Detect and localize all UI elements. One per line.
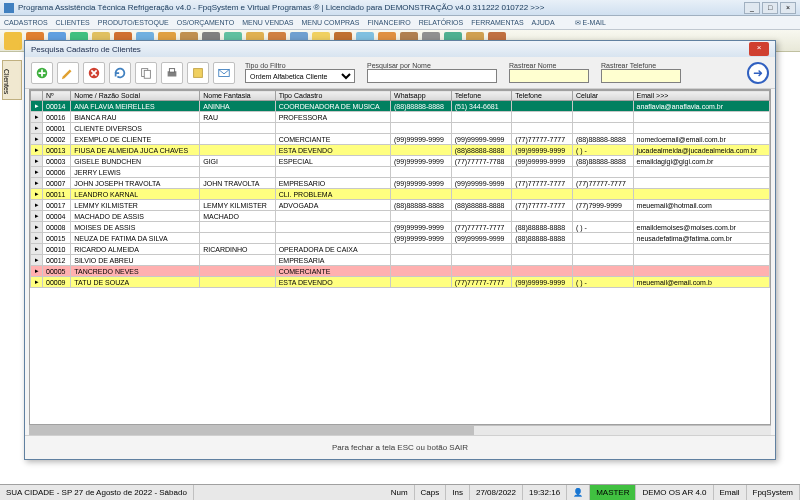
sidebar-tab-clientes[interactable]: Clientes [2, 60, 22, 100]
table-row[interactable]: ▸00003GISELE BUNDCHENGIGIESPECIAL(99)999… [31, 156, 770, 167]
new-button[interactable] [31, 62, 53, 84]
table-row[interactable]: ▸00015NEUZA DE FATIMA DA SILVA(99)99999-… [31, 233, 770, 244]
status-demo: DEMO OS AR 4.0 [636, 485, 713, 500]
menu-vendas[interactable]: MENU VENDAS [242, 19, 293, 26]
expand-icon[interactable]: ▸ [31, 211, 43, 222]
cell: ANINHA [200, 101, 275, 112]
cell [451, 266, 512, 277]
column-header[interactable]: Telefone [451, 91, 512, 101]
cell: 00015 [43, 233, 71, 244]
close-button[interactable]: × [780, 2, 796, 14]
menu-os[interactable]: OS/ORÇAMENTO [177, 19, 234, 26]
expand-icon[interactable]: ▸ [31, 112, 43, 123]
table-row[interactable]: ▸00007JOHN JOSEPH TRAVOLTAJOHN TRAVOLTAE… [31, 178, 770, 189]
table-row[interactable]: ▸00010RICARDO ALMEIDARICARDINHOOPERADORA… [31, 244, 770, 255]
cell: (99)99999-9999 [391, 233, 452, 244]
table-row[interactable]: ▸00012SILVIO DE ABREUEMPRESARIA [31, 255, 770, 266]
expand-icon[interactable]: ▸ [31, 134, 43, 145]
cell: LEANDRO KARNAL [71, 189, 200, 200]
expand-icon[interactable]: ▸ [31, 156, 43, 167]
toolbar-icon-0[interactable] [4, 32, 22, 50]
menu-clientes[interactable]: CLIENTES [56, 19, 90, 26]
table-row[interactable]: ▸00008MOISES DE ASSIS(99)99999-9999(77)7… [31, 222, 770, 233]
column-header[interactable]: Whatsapp [391, 91, 452, 101]
column-header[interactable]: Nome / Razão Social [71, 91, 200, 101]
column-header[interactable]: Telefone [512, 91, 573, 101]
cell: ( ) - [572, 277, 633, 288]
table-row[interactable]: ▸00009TATU DE SOUZAESTA DEVENDO(77)77777… [31, 277, 770, 288]
expand-icon[interactable]: ▸ [31, 145, 43, 156]
menu-financeiro[interactable]: FINANCEIRO [367, 19, 410, 26]
menu-compras[interactable]: MENU COMPRAS [302, 19, 360, 26]
track-phone-input[interactable] [601, 69, 681, 83]
expand-icon[interactable]: ▸ [31, 255, 43, 266]
expand-icon[interactable]: ▸ [31, 200, 43, 211]
cell: 00017 [43, 200, 71, 211]
table-row[interactable]: ▸00013FIUSA DE ALMEIDA JUCA CHAVESESTA D… [31, 145, 770, 156]
column-header[interactable] [31, 91, 43, 101]
cell: 00011 [43, 189, 71, 200]
column-header[interactable]: Tipo Cadastro [275, 91, 390, 101]
expand-icon[interactable]: ▸ [31, 233, 43, 244]
cell: (99)99999-9999 [451, 178, 512, 189]
cell [451, 167, 512, 178]
column-header[interactable]: Celular [572, 91, 633, 101]
cell [200, 145, 275, 156]
table-row[interactable]: ▸00001CLIENTE DIVERSOS [31, 123, 770, 134]
copy-button[interactable] [135, 62, 157, 84]
export-button[interactable] [187, 62, 209, 84]
expand-icon[interactable]: ▸ [31, 189, 43, 200]
results-grid[interactable]: NºNome / Razão SocialNome FantasiaTipo C… [29, 89, 771, 425]
scrollbar-thumb[interactable] [29, 426, 474, 435]
cell: (88)88888-8888 [451, 200, 512, 211]
expand-icon[interactable]: ▸ [31, 123, 43, 134]
dialog-close-button[interactable]: × [749, 42, 769, 56]
expand-icon[interactable]: ▸ [31, 222, 43, 233]
track-name-input[interactable] [509, 69, 589, 83]
column-header[interactable]: Email >>> [633, 91, 769, 101]
cell: anaflavia@anaflavia.com.br [633, 101, 769, 112]
table-row[interactable]: ▸00011LEANDRO KARNALCLI. PROBLEMA [31, 189, 770, 200]
cell: RICARDINHO [200, 244, 275, 255]
search-name-input[interactable] [367, 69, 497, 83]
expand-icon[interactable]: ▸ [31, 277, 43, 288]
minimize-button[interactable]: _ [744, 2, 760, 14]
menu-ajuda[interactable]: AJUDA [532, 19, 555, 26]
status-email[interactable]: Email [714, 485, 747, 500]
expand-icon[interactable]: ▸ [31, 178, 43, 189]
menu-produto[interactable]: PRODUTO/ESTOQUE [98, 19, 169, 26]
cell: NEUZA DE FATIMA DA SILVA [71, 233, 200, 244]
edit-button[interactable] [57, 62, 79, 84]
column-header[interactable]: Nº [43, 91, 71, 101]
cell [451, 123, 512, 134]
cell: (99)99999-9999 [391, 134, 452, 145]
table-row[interactable]: ▸00016BIANCA RAURAUPROFESSORA [31, 112, 770, 123]
mail-button[interactable] [213, 62, 235, 84]
menu-relatorios[interactable]: RELATÓRIOS [419, 19, 464, 26]
table-row[interactable]: ▸00014ANA FLAVIA MEIRELLESANINHACOORDENA… [31, 101, 770, 112]
expand-icon[interactable]: ▸ [31, 101, 43, 112]
table-row[interactable]: ▸00004MACHADO DE ASSISMACHADO [31, 211, 770, 222]
delete-button[interactable] [83, 62, 105, 84]
table-row[interactable]: ▸00006JERRY LEWIS [31, 167, 770, 178]
cell: (99)99999-9999 [451, 134, 512, 145]
cell: (88)88888-8888 [391, 101, 452, 112]
menu-cadastros[interactable]: CADASTROS [4, 19, 48, 26]
menu-ferramentas[interactable]: FERRAMENTAS [471, 19, 523, 26]
filter-type-select[interactable]: Ordem Alfabetica Cliente [245, 69, 355, 83]
status-brand[interactable]: FpqSystem [747, 485, 800, 500]
table-row[interactable]: ▸00005TANCREDO NEVESCOMERCIANTE [31, 266, 770, 277]
refresh-button[interactable] [109, 62, 131, 84]
email-button[interactable]: ✉ E-MAIL [575, 19, 606, 27]
horizontal-scrollbar[interactable] [29, 425, 771, 435]
expand-icon[interactable]: ▸ [31, 266, 43, 277]
column-header[interactable]: Nome Fantasia [200, 91, 275, 101]
go-button[interactable]: ➜ [747, 62, 769, 84]
track-name-label: Rastrear Nome [509, 62, 589, 69]
expand-icon[interactable]: ▸ [31, 167, 43, 178]
table-row[interactable]: ▸00017LEMMY KILMISTERLEMMY KILMISTERADVO… [31, 200, 770, 211]
print-button[interactable] [161, 62, 183, 84]
expand-icon[interactable]: ▸ [31, 244, 43, 255]
maximize-button[interactable]: □ [762, 2, 778, 14]
table-row[interactable]: ▸00002EXEMPLO DE CLIENTECOMERCIANTE(99)9… [31, 134, 770, 145]
